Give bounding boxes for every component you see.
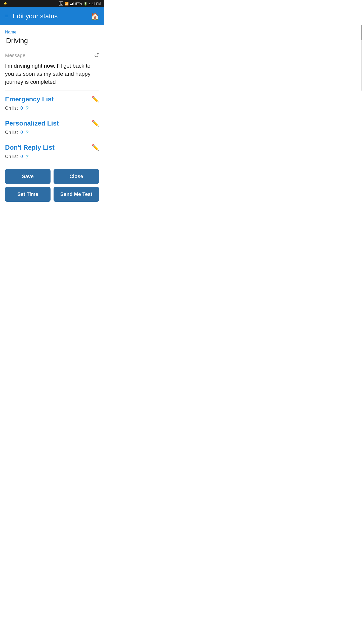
status-bar-right: N 📶 57% 🔋 4:44 PM (59, 2, 101, 6)
dontreply-list-on-list-label: On list (5, 154, 18, 159)
set-time-button[interactable]: Set Time (5, 187, 51, 202)
refresh-icon[interactable]: ↺ (94, 52, 99, 59)
personalized-list-count: 0 (20, 130, 23, 135)
dontreply-list-edit-icon[interactable]: ✏️ (92, 144, 99, 151)
main-content: Name Message ↺ I'm driving right now. I'… (0, 25, 104, 207)
menu-icon[interactable]: ≡ (5, 13, 8, 19)
personalized-list-help-icon[interactable]: ? (25, 129, 29, 136)
message-header: Message ↺ (5, 52, 99, 59)
personalized-list-meta: On list 0 ? (5, 129, 99, 136)
dontreply-list-header: Don't Reply List ✏️ (5, 144, 99, 151)
status-bar-left: ⚡ (3, 2, 7, 6)
dontreply-list-meta: On list 0 ? (5, 153, 99, 160)
personalized-list-edit-icon[interactable]: ✏️ (92, 120, 99, 127)
dontreply-list-help-icon[interactable]: ? (25, 153, 29, 160)
emergency-list-edit-icon[interactable]: ✏️ (92, 96, 99, 103)
personalized-list-title: Personalized List (5, 119, 59, 127)
wifi-icon: 📶 (65, 2, 69, 6)
emergency-list-meta: On list 0 ? (5, 105, 99, 112)
close-button[interactable]: Close (54, 169, 99, 184)
clock: 4:44 PM (89, 2, 101, 6)
emergency-list-title: Emergency List (5, 95, 54, 103)
name-label: Name (5, 30, 99, 35)
save-button[interactable]: Save (5, 169, 51, 184)
dontreply-list-section: Don't Reply List ✏️ On list 0 ? (5, 139, 99, 163)
signal-icon (70, 2, 74, 5)
name-input[interactable] (5, 36, 99, 46)
send-me-test-button[interactable]: Send Me Test (54, 187, 99, 202)
status-bar: ⚡ N 📶 57% 🔋 4:44 PM (0, 0, 104, 7)
message-label: Message (5, 53, 25, 58)
buttons-container: Save Close Set Time Send Me Test (5, 169, 99, 202)
nfc-icon: N (59, 2, 63, 6)
message-text[interactable]: I'm driving right now. I'll get back to … (5, 62, 99, 86)
battery-icon: 🔋 (83, 2, 87, 6)
emergency-list-on-list-label: On list (5, 106, 18, 111)
personalized-list-on-list-label: On list (5, 130, 18, 135)
personalized-list-section: Personalized List ✏️ On list 0 ? (5, 115, 99, 139)
personalized-list-header: Personalized List ✏️ (5, 119, 99, 127)
name-input-wrapper (5, 36, 99, 46)
emergency-list-section: Emergency List ✏️ On list 0 ? (5, 91, 99, 115)
dontreply-list-count: 0 (20, 154, 23, 159)
dontreply-list-title: Don't Reply List (5, 144, 55, 151)
app-header: ≡ Edit your status 🏠 (0, 7, 104, 25)
emergency-list-help-icon[interactable]: ? (25, 105, 29, 112)
battery-percentage: 57% (75, 2, 82, 6)
usb-icon: ⚡ (3, 2, 7, 6)
emergency-list-header: Emergency List ✏️ (5, 95, 99, 103)
emergency-list-count: 0 (20, 106, 23, 111)
home-icon[interactable]: 🏠 (91, 12, 100, 20)
page-title: Edit your status (13, 12, 91, 20)
